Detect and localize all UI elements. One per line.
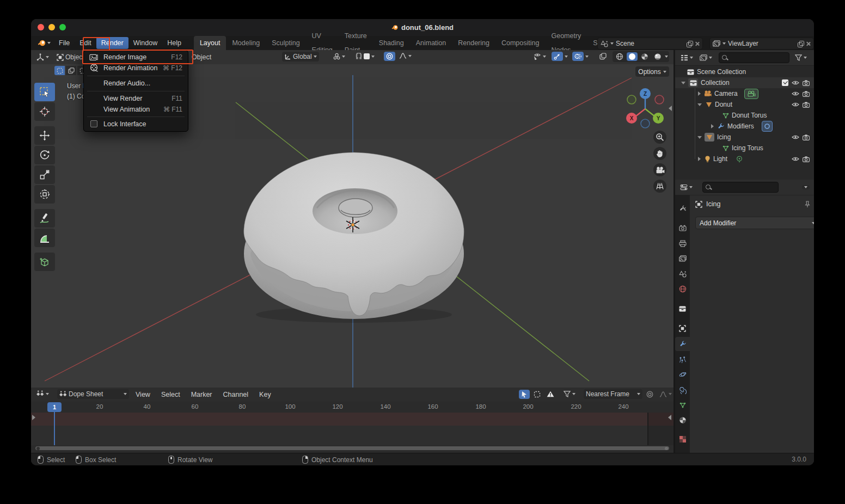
hide-eye-icon[interactable] — [792, 102, 799, 107]
tab-animation[interactable]: Animation — [410, 36, 452, 50]
view-layer-selector[interactable]: ViewLayer — [709, 38, 814, 50]
menu-channel[interactable]: Channel — [218, 391, 254, 398]
orthographic-toggle-button[interactable] — [653, 180, 666, 193]
properties-editor-type-button[interactable] — [678, 183, 695, 192]
disable-render-icon[interactable] — [803, 134, 810, 140]
outliner-row-donut-torus[interactable]: Donut Torus — [675, 110, 814, 121]
navigation-gizmo[interactable]: Z X Y — [623, 86, 667, 130]
subsurf-modifier-icon[interactable] — [762, 121, 773, 132]
tab-modeling[interactable]: Modeling — [226, 36, 266, 50]
playhead-line[interactable] — [54, 412, 55, 445]
scene-selector[interactable]: Scene — [597, 38, 703, 50]
select-extend-button[interactable] — [66, 66, 76, 75]
falloff-dropdown[interactable] — [657, 390, 674, 398]
proportional-editing-toggle[interactable] — [644, 390, 656, 399]
menu-key[interactable]: Key — [254, 391, 277, 398]
axis-neg-ball[interactable] — [641, 119, 650, 128]
disable-render-icon[interactable] — [803, 102, 810, 108]
timeline-editor-type-button[interactable] — [34, 389, 51, 398]
expand-icon[interactable] — [698, 91, 701, 96]
menu-select[interactable]: Select — [156, 391, 186, 398]
sidebar-collapse-arrow-icon[interactable] — [668, 415, 671, 420]
new-view-layer-icon[interactable] — [798, 41, 804, 47]
options-dropdown[interactable]: Options — [635, 66, 669, 77]
outliner-row-scene-collection[interactable]: Scene Collection — [675, 66, 814, 77]
tab-rendering[interactable]: Rendering — [452, 36, 495, 50]
timeline-channel-area[interactable] — [31, 426, 673, 445]
collapse-icon[interactable] — [697, 136, 702, 139]
tab-texture[interactable] — [675, 432, 690, 446]
show-object-types-dropdown[interactable] — [531, 52, 548, 61]
tab-material[interactable] — [675, 413, 690, 427]
timeline-summary-band[interactable] — [31, 413, 673, 426]
outliner-display-mode-button[interactable] — [697, 53, 714, 62]
expand-icon[interactable] — [698, 157, 701, 161]
outliner-filter-button[interactable] — [793, 53, 809, 62]
transform-orientation-dropdown[interactable]: Global — [282, 52, 319, 62]
outliner-row-icing-torus[interactable]: Icing Torus — [675, 143, 814, 153]
hide-eye-icon[interactable] — [792, 134, 799, 140]
proportional-falloff-dropdown[interactable] — [397, 52, 414, 60]
collapse-icon[interactable] — [681, 82, 685, 84]
dope-sheet-mode-dropdown[interactable]: Dope Sheet — [57, 389, 129, 399]
tab-view-layer[interactable] — [675, 251, 690, 266]
menu-item-lock-interface[interactable]: Lock Interface — [84, 119, 188, 129]
menu-item-render-audio[interactable]: Render Audio... — [84, 78, 188, 88]
current-frame-indicator[interactable]: 1 — [47, 402, 62, 412]
add-modifier-dropdown[interactable]: Add Modifier — [695, 217, 814, 229]
channel-expand-arrow-icon[interactable] — [32, 415, 35, 420]
disable-render-icon[interactable] — [803, 91, 810, 97]
outliner-editor-type-button[interactable] — [678, 53, 695, 62]
rendered-shading-button[interactable] — [652, 52, 664, 62]
collapse-icon[interactable] — [697, 103, 702, 106]
zoom-button[interactable] — [653, 131, 666, 144]
transform-tool[interactable] — [34, 185, 55, 204]
blender-logo-icon[interactable] — [38, 39, 46, 47]
tab-modifiers[interactable] — [675, 337, 690, 351]
add-cube-tool[interactable] — [34, 253, 55, 271]
show-gizmo-toggle[interactable] — [552, 52, 563, 61]
minimize-traffic-light[interactable] — [48, 24, 55, 30]
proportional-editing-toggle[interactable] — [384, 52, 395, 61]
scale-tool[interactable] — [34, 165, 55, 184]
annotate-tool[interactable] — [34, 209, 55, 228]
axis-neg-ball[interactable] — [655, 95, 664, 104]
outliner-row-donut[interactable]: Donut — [675, 99, 814, 110]
light-data-icon[interactable] — [736, 156, 743, 163]
cursor-tool[interactable] — [34, 102, 55, 121]
axis-neg-ball[interactable] — [627, 95, 636, 104]
close-traffic-light[interactable] — [38, 24, 44, 30]
maximize-traffic-light[interactable] — [59, 24, 66, 30]
outliner-row-icing[interactable]: Icing — [675, 132, 814, 143]
collection-checkbox[interactable] — [782, 79, 788, 86]
solid-shading-button[interactable] — [627, 52, 638, 61]
hide-eye-icon[interactable] — [792, 80, 799, 85]
outliner-search-input[interactable] — [719, 52, 789, 63]
menu-item-view-animation[interactable]: View Animation ⌘ F11 — [84, 104, 188, 114]
outliner-row-modifiers[interactable]: Modifiers — [675, 121, 814, 132]
tab-physics[interactable] — [675, 367, 690, 382]
tab-object-data[interactable] — [675, 398, 690, 412]
tab-compositing[interactable]: Compositing — [495, 36, 545, 50]
camera-data-icon[interactable] — [744, 89, 758, 99]
disable-render-icon[interactable] — [803, 80, 810, 86]
select-set-button[interactable] — [54, 66, 65, 75]
tab-tool[interactable] — [675, 201, 690, 216]
tab-render[interactable] — [675, 221, 690, 235]
xray-toggle[interactable] — [597, 52, 609, 61]
tab-layout[interactable]: Layout — [194, 36, 226, 50]
timeline-scrollbar[interactable] — [35, 446, 669, 450]
tab-particles[interactable] — [675, 353, 690, 367]
outliner-row-light[interactable]: Light — [675, 153, 814, 164]
lock-interface-checkbox[interactable] — [90, 120, 97, 127]
select-box-tool[interactable] — [34, 83, 55, 101]
chevron-down-icon[interactable] — [565, 56, 568, 58]
filter-dropdown[interactable] — [561, 390, 578, 398]
pin-icon[interactable] — [804, 201, 811, 208]
new-scene-icon[interactable] — [687, 41, 693, 47]
menu-window[interactable]: Window — [128, 37, 162, 49]
donut-object[interactable] — [234, 147, 474, 327]
disable-render-icon[interactable] — [803, 156, 810, 162]
rotate-tool[interactable] — [34, 146, 55, 164]
outliner-row-camera[interactable]: Camera — [675, 88, 814, 99]
